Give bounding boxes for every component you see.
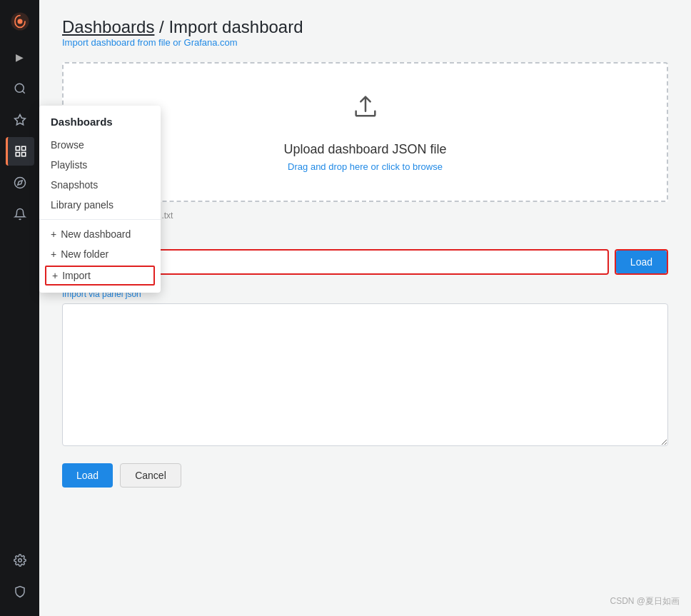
sidebar: ▶ [0,0,39,616]
svg-marker-10 [17,181,21,185]
svg-rect-6 [22,146,26,150]
main-content-area: Dashboards / Import dashboard Import das… [39,0,691,616]
shield-icon[interactable] [6,577,34,606]
svg-rect-5 [16,146,19,150]
load-button[interactable]: Load [616,251,667,273]
library-panels-item[interactable]: Library panels [39,195,161,215]
new-folder-item[interactable]: + New folder [39,244,161,264]
panel-json-textarea[interactable] [62,303,668,446]
cancel-button[interactable]: Cancel [120,463,181,488]
page-subtitle: Import dashboard from file or Grafana.co… [62,37,668,48]
upload-hint: Drag and drop here or click to browse [288,161,443,172]
search-icon[interactable] [6,74,34,103]
page-title: Dashboards / Import dashboard [62,17,668,37]
svg-line-3 [22,91,24,93]
dashboards-dropdown: Dashboards Browse Playlists Snapshots Li… [39,106,161,293]
breadcrumb-link[interactable]: Dashboards [62,17,154,36]
watermark: CSDN @夏日如画 [610,595,680,607]
star-icon[interactable] [6,106,34,134]
upload-title: Upload dashboard JSON file [283,142,446,157]
svg-point-1 [17,19,22,24]
dropdown-divider [39,219,161,220]
svg-rect-7 [16,153,19,156]
alert-icon[interactable] [6,200,34,228]
logo[interactable] [6,7,34,36]
svg-point-2 [15,84,24,92]
page-header: Dashboards / Import dashboard Import das… [62,17,668,48]
svg-point-9 [14,178,25,188]
snapshots-item[interactable]: Snapshots [39,175,161,195]
dashboards-icon[interactable] [6,137,34,166]
svg-marker-4 [14,115,25,125]
breadcrumb-separator: / [154,17,168,36]
settings-icon[interactable] [6,546,34,575]
explore-icon[interactable] [6,168,34,197]
page-title-text: Import dashboard [168,17,303,36]
upload-icon [351,92,380,133]
svg-rect-8 [22,153,26,156]
import-item[interactable]: + Import [45,266,155,286]
dropdown-title: Dashboards [39,111,161,135]
sidebar-bottom [6,545,34,616]
svg-point-11 [18,559,21,562]
playlists-item[interactable]: Playlists [39,155,161,175]
browse-item[interactable]: Browse [39,135,161,155]
new-dashboard-item[interactable]: + New dashboard [39,224,161,244]
main-content: Dashboards / Import dashboard Import das… [39,0,691,616]
load-btn-wrapper: Load [615,249,668,275]
chevron-right-icon[interactable]: ▶ [6,43,34,71]
bottom-load-button[interactable]: Load [62,463,113,488]
bottom-buttons: Load Cancel [62,463,668,488]
